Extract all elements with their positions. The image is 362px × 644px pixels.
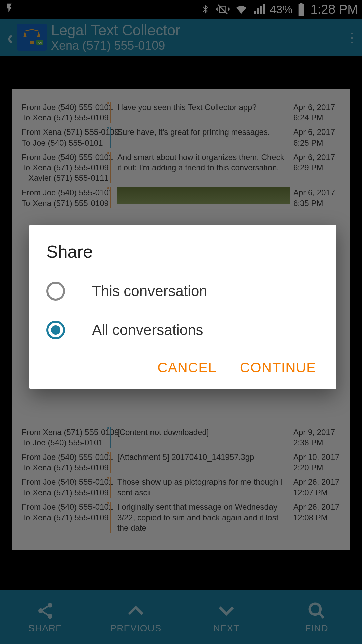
share-dialog: Share This conversation All conversation… [29, 225, 336, 389]
continue-button[interactable]: CONTINUE [240, 360, 316, 376]
radio-this-conversation[interactable]: This conversation [46, 282, 319, 301]
radio-button[interactable] [46, 321, 65, 339]
radio-button[interactable] [46, 282, 65, 301]
radio-label: All conversations [92, 322, 203, 338]
radio-label: This conversation [92, 283, 207, 300]
cancel-button[interactable]: CANCEL [157, 360, 216, 376]
radio-all-conversations[interactable]: All conversations [46, 321, 319, 339]
dialog-title: Share [46, 241, 319, 262]
